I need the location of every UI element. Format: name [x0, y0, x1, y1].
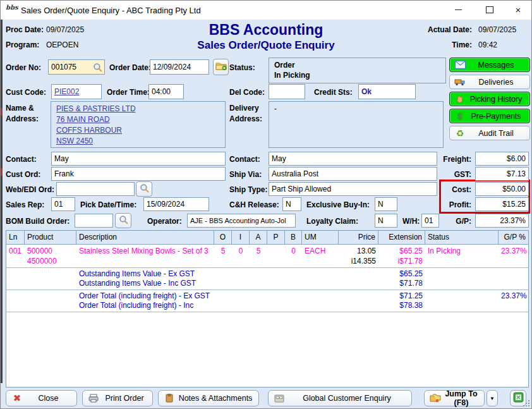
address-line-link[interactable]: 76 MAIN ROAD: [56, 115, 220, 124]
col-um: UM: [302, 231, 339, 244]
freight-label: Freight:: [432, 155, 471, 164]
cell-b: 0: [285, 246, 302, 256]
titlebar[interactable]: bbs Sales Order/Quote Enquiry - ABC Trad…: [1, 1, 531, 20]
cust-code-link[interactable]: PIE002: [54, 87, 79, 96]
close-window-button[interactable]: ×: [504, 1, 532, 19]
name-address-label-1: Name &: [6, 104, 34, 113]
address-state-link[interactable]: NSW 2450: [56, 137, 220, 145]
bom-build-order-label: BOM Build Order:: [6, 217, 70, 226]
gp-value: 23.37%: [500, 216, 526, 225]
cust-code-label: Cust Code:: [6, 88, 46, 97]
messages-button[interactable]: Messages: [449, 58, 530, 72]
ch-release-input[interactable]: N: [282, 197, 301, 211]
open-order-button[interactable]: [213, 59, 229, 75]
contact-right-input[interactable]: May: [269, 152, 437, 166]
order-no-input[interactable]: 001075: [48, 59, 105, 75]
bom-search-button[interactable]: [115, 213, 131, 228]
jump-folders-icon: [428, 394, 442, 403]
deliveries-button[interactable]: Deliveries: [449, 75, 530, 89]
operator-input[interactable]: AJE - BBS Accounting Auto-Jol: [187, 214, 296, 228]
del-code-label: Del Code:: [229, 88, 265, 97]
table-separator: [6, 267, 528, 268]
order-time-input[interactable]: 04:00: [148, 84, 184, 99]
cell-i: 0: [232, 246, 250, 256]
summary-gp: [499, 301, 528, 310]
col-status: Status: [425, 231, 499, 244]
actual-date-label: Actual Date:: [418, 25, 472, 34]
jump-to-dropdown-button[interactable]: ▼: [487, 390, 498, 406]
order-date-value: 12/09/2024: [153, 63, 191, 71]
wh-label: W/H:: [402, 217, 420, 226]
search-icon[interactable]: [93, 63, 102, 74]
clipboard-icon: [162, 394, 176, 403]
close-button[interactable]: ✖ Close: [6, 390, 77, 406]
table-row[interactable]: 001 500000 Stainless Steel Mixing Bowls …: [6, 246, 528, 256]
hand-icon: [454, 95, 466, 104]
contact-left-input[interactable]: May: [51, 152, 226, 166]
close-label: Close: [24, 394, 73, 403]
loyalty-claim-input[interactable]: N: [375, 214, 397, 228]
notes-attachments-button[interactable]: Notes & Attachments: [158, 390, 259, 406]
table-separator: [6, 312, 528, 312]
address-city-link[interactable]: COFFS HARBOUR: [56, 126, 220, 135]
bom-build-order-input[interactable]: [75, 214, 113, 228]
window-title: Sales Order/Quote Enquiry - ABC Trading …: [21, 6, 201, 15]
global-customer-enquiry-button[interactable]: Global Customer Enquiry: [268, 390, 412, 406]
cust-code-input[interactable]: PIE002: [51, 84, 102, 99]
minimize-button[interactable]: [444, 1, 473, 19]
cell-product: 500000: [25, 246, 76, 256]
cust-ord-input[interactable]: Frank: [51, 167, 226, 181]
table-row-line2[interactable]: 4500000 i14.355 i$71.78: [6, 256, 528, 266]
cust-ord-value: Frank: [54, 169, 74, 178]
ship-via-value: Australia Post: [272, 169, 318, 178]
delivery-address-label-2: Address:: [229, 114, 262, 123]
gst-label: GST:: [432, 170, 471, 179]
order-no-label: Order No:: [6, 63, 41, 72]
web-edi-search-button[interactable]: [136, 181, 152, 197]
exclusive-buy-in-value: N: [378, 200, 384, 209]
pick-datetime-input[interactable]: 15/09/2024: [143, 197, 209, 211]
pre-payments-button[interactable]: $ Pre-Payments: [449, 109, 530, 123]
cost-label: Cost:: [432, 185, 471, 194]
delivery-address-box: -: [269, 101, 444, 148]
freight-value-box: $6.00: [475, 152, 529, 166]
program-value: OEPOEN: [46, 40, 78, 49]
exclusive-buy-in-input[interactable]: N: [375, 197, 397, 211]
messages-label: Messages: [466, 61, 526, 70]
order-date-input[interactable]: 12/09/2024: [150, 59, 209, 75]
print-order-button[interactable]: Print Order: [82, 390, 153, 406]
screen-title: Sales Order/Quote Enquiry: [159, 39, 373, 52]
loyalty-claim-label: Loyalty Claim:: [306, 217, 358, 226]
credit-sts-value: Ok: [361, 87, 372, 96]
summary-label: Outstanding Items Value - Ex GST: [76, 269, 378, 279]
maximize-button[interactable]: [475, 1, 504, 19]
dropdown-arrow-icon: ▼: [490, 396, 495, 401]
jump-to-button[interactable]: Jump To (F8): [424, 390, 485, 406]
summary-extension: $78.38: [378, 301, 425, 310]
gp-value-box: 23.37%: [475, 214, 529, 228]
sales-rep-value: 01: [54, 200, 63, 209]
customer-name-link[interactable]: PIES & PASTRIES LTD: [56, 104, 220, 113]
web-edi-input[interactable]: [56, 182, 135, 196]
left-edge-artifact: [1, 20, 3, 383]
pick-datetime-value: 15/09/2024: [147, 200, 184, 209]
summary-gp: [499, 279, 528, 288]
ship-type-input[interactable]: Part Ship Allowed: [269, 182, 437, 196]
picking-history-label: Picking History: [466, 95, 526, 104]
cell-um: EACH: [302, 246, 339, 256]
cust-ord-label: Cust Ord:: [6, 170, 40, 179]
picking-history-button[interactable]: Picking History: [449, 92, 530, 106]
ship-via-input[interactable]: Australia Post: [269, 167, 437, 181]
audit-trail-button[interactable]: ♻ Audit Trail: [449, 126, 530, 140]
folder-add-icon: [215, 61, 227, 73]
gst-value: $7.13: [507, 169, 526, 178]
sales-rep-input[interactable]: 01: [51, 197, 75, 211]
del-code-input[interactable]: [269, 84, 305, 99]
name-address-box: PIES & PASTRIES LTD 76 MAIN ROAD COFFS H…: [51, 101, 226, 148]
profit-value: $15.25: [502, 200, 526, 209]
summary-row: Outstanding Items Value - Ex GST $65.25: [6, 269, 528, 279]
col-product: Product: [25, 231, 76, 244]
col-i: I: [232, 231, 250, 244]
resize-grip[interactable]: [523, 400, 529, 406]
credit-sts-input[interactable]: Ok: [358, 84, 416, 99]
